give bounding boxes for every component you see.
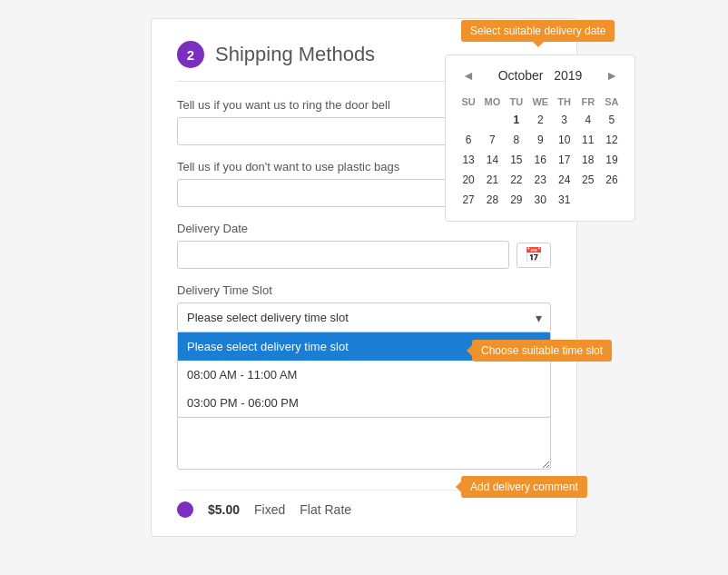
time-slot-label: Delivery Time Slot [177,283,551,297]
calendar-week-row: 12345 [457,110,624,130]
calendar-week-row: 6789101112 [457,130,624,150]
calendar-panel: ◄ October 2019 ► SU MO TU WE TH FR SA [445,55,635,222]
time-slot-select[interactable]: Please select delivery time slot 08:00 A… [177,302,551,332]
calendar-day-4[interactable]: 4 [576,110,600,130]
calendar-year: 2019 [554,68,582,83]
day-header-fr: FR [576,94,600,110]
delivery-date-label: Delivery Date [177,222,551,235]
calendar-empty-cell [600,190,624,210]
dropdown-option-1[interactable]: 08:00 AM - 11:00 AM [178,361,550,389]
day-header-su: SU [457,94,480,110]
tooltip-date: Select suitable delivery date [461,20,615,42]
tooltip-comment: Add delivery comment [461,476,587,498]
calendar-day-23[interactable]: 23 [528,170,553,190]
calendar-day-24[interactable]: 24 [553,170,576,190]
calendar-day-26[interactable]: 26 [600,170,624,190]
calendar-day-14[interactable]: 14 [480,150,505,170]
delivery-date-row: 📅 [177,241,551,269]
calendar-day-17[interactable]: 17 [553,150,576,170]
calendar-week-row: 2728293031 [457,190,624,210]
calendar-empty-cell [457,110,480,130]
calendar-header: ◄ October 2019 ► [457,66,624,84]
calendar-day-19[interactable]: 19 [600,150,624,170]
calendar-day-11[interactable]: 11 [576,130,600,150]
time-slot-wrapper: Please select delivery time slot 08:00 A… [177,302,551,332]
calendar-day-22[interactable]: 22 [505,170,528,190]
calendar-month-year: October 2019 [498,68,583,83]
section-title: Shipping Methods [215,43,375,66]
calendar-day-25[interactable]: 25 [576,170,600,190]
calendar-day-16[interactable]: 16 [528,150,553,170]
dropdown-option-2[interactable]: 03:00 PM - 06:00 PM [178,389,550,417]
calendar-day-8[interactable]: 8 [505,130,528,150]
calendar-day-10[interactable]: 10 [553,130,576,150]
calendar-day-29[interactable]: 29 [505,190,528,210]
calendar-day-1[interactable]: 1 [505,110,528,130]
price-dot [177,501,193,518]
calendar-day-7[interactable]: 7 [480,130,505,150]
calendar-day-12[interactable]: 12 [600,130,624,150]
calendar-day-30[interactable]: 30 [528,190,553,210]
day-header-mo: MO [480,94,505,110]
method-label: Fixed [254,502,285,517]
time-slot-group: Delivery Time Slot Please select deliver… [177,283,551,332]
day-header-th: TH [553,94,576,110]
calendar-icon-button[interactable]: 📅 [516,243,551,268]
calendar-day-31[interactable]: 31 [553,190,576,210]
calendar-prev-button[interactable]: ◄ [457,66,480,84]
day-header-we: WE [528,94,553,110]
calendar-day-18[interactable]: 18 [576,150,600,170]
calendar-empty-cell [480,110,505,130]
calendar-day-5[interactable]: 5 [600,110,624,130]
day-header-sa: SA [600,94,624,110]
calendar-week-row: 20212223242526 [457,170,624,190]
calendar-days-header: SU MO TU WE TH FR SA [457,94,624,110]
calendar-empty-cell [576,190,600,210]
delivery-date-input[interactable] [177,241,509,269]
calendar-day-13[interactable]: 13 [457,150,480,170]
calendar-day-2[interactable]: 2 [528,110,553,130]
calendar-body: 1234567891011121314151617181920212223242… [457,110,624,210]
calendar-day-15[interactable]: 15 [505,150,528,170]
delivery-date-group: Delivery Date 📅 [177,222,551,269]
calendar-week-row: 13141516171819 [457,150,624,170]
calendar-day-28[interactable]: 28 [480,190,505,210]
price-text: $5.00 [208,502,240,517]
calendar-day-21[interactable]: 21 [480,170,505,190]
calendar-day-6[interactable]: 6 [457,130,480,150]
calendar-month: October [498,68,544,83]
calendar-icon: 📅 [525,247,543,263]
calendar-grid: SU MO TU WE TH FR SA 1234567891011121314… [457,94,624,210]
day-header-tu: TU [505,94,528,110]
calendar-day-27[interactable]: 27 [457,190,480,210]
calendar-next-button[interactable]: ► [600,66,624,84]
calendar-day-20[interactable]: 20 [457,170,480,190]
method-type: Flat Rate [300,502,351,517]
calendar-day-3[interactable]: 3 [553,110,576,130]
calendar-day-9[interactable]: 9 [528,130,553,150]
tooltip-timeslot: Choose suitable time slot [472,340,612,362]
step-badge: 2 [177,41,204,68]
